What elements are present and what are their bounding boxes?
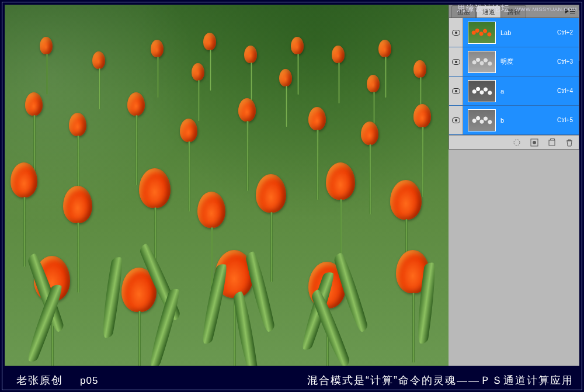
svg-point-0 [514,140,520,145]
visibility-toggle[interactable] [449,77,463,105]
tulip [92,51,105,69]
channel-shortcut: Ctrl+2 [557,29,573,36]
load-selection-icon[interactable] [512,138,522,147]
tulip [413,60,426,78]
tulip [180,119,197,142]
tulip [390,180,422,220]
canvas-background [5,5,449,366]
tulip [279,69,292,86]
channel-name: a [500,88,557,95]
author-label: 老张原创 [16,374,63,386]
channel-row[interactable]: LabCtrl+2 [449,18,579,47]
tulip [244,46,257,63]
tulip [69,113,86,136]
svg-point-2 [533,141,536,144]
visibility-toggle[interactable] [449,47,463,76]
tulip [238,98,256,122]
photoshop-workspace: 图层 通道 路径 LabCtrl+2明度Ctrl+3aCtrl+4bCtrl+5 [5,5,579,366]
svg-rect-3 [549,140,555,145]
channels-panel: 图层 通道 路径 LabCtrl+2明度Ctrl+3aCtrl+4bCtrl+5 [449,5,579,150]
tulip [151,40,164,57]
tulip [63,186,92,223]
page-label: p05 [80,375,98,386]
channel-shortcut: Ctrl+4 [557,88,573,94]
panel-footer [449,135,579,149]
channel-row[interactable]: 明度Ctrl+3 [449,47,579,77]
visibility-toggle[interactable] [449,18,463,47]
save-selection-icon[interactable] [530,138,539,147]
tulip [256,174,286,213]
tulip [413,104,431,127]
channel-row[interactable]: bCtrl+5 [449,106,579,135]
watermark-text: 思缘设计论坛 [457,4,510,13]
panel-empty-area [449,150,579,366]
channel-row[interactable]: aCtrl+4 [449,77,579,106]
channel-thumbnail [468,51,496,73]
channel-shortcut: Ctrl+5 [557,117,573,123]
tulip [308,107,326,130]
watermark: 思缘设计论坛 WWW.MISSYUAN.COM [457,4,577,14]
tulip [40,37,53,54]
tulip [11,162,37,197]
eye-icon [452,88,460,94]
caption-bar: 老张原创 p05 混合模式是“计算”命令的灵魂——ＰＳ通道计算应用 [0,369,584,392]
right-panel-stack: 图层 通道 路径 LabCtrl+2明度Ctrl+3aCtrl+4bCtrl+5 [449,5,579,366]
eye-icon [452,30,460,36]
tulip [25,92,43,116]
tulip [291,37,304,54]
channel-thumbnail [468,80,496,102]
eye-icon [452,117,460,123]
tulip [326,162,355,200]
watermark-url: WWW.MISSYUAN.COM [515,6,577,12]
tulip [332,46,345,63]
channel-name: b [500,117,557,124]
channel-name: Lab [500,29,557,36]
new-channel-icon[interactable] [547,138,557,147]
tulip [197,192,225,228]
channel-thumbnail [468,22,496,44]
image-canvas[interactable] [5,5,449,366]
tulip [127,92,145,116]
tulip [139,168,171,208]
visibility-toggle[interactable] [449,106,463,134]
channel-thumbnail [468,109,496,131]
tulip [367,75,380,92]
tulip [192,63,204,81]
tulip [361,122,378,145]
tulip [378,40,391,57]
channel-shortcut: Ctrl+3 [557,58,573,65]
delete-channel-icon[interactable] [565,138,574,147]
eye-icon [452,59,460,65]
tulip [203,33,216,50]
channel-list: LabCtrl+2明度Ctrl+3aCtrl+4bCtrl+5 [449,18,579,135]
caption-title: 混合模式是“计算”命令的灵魂——ＰＳ通道计算应用 [307,373,573,387]
channel-name: 明度 [500,57,557,66]
